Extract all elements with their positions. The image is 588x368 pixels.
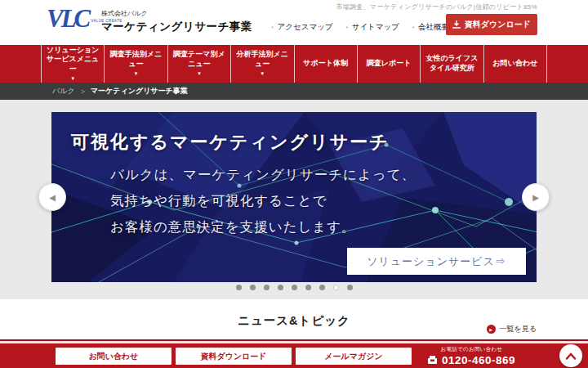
nav-item-label: サポート体制 (303, 59, 348, 69)
phone-contact: お電話でのお問い合わせ 0120-460-869 (428, 346, 515, 366)
carousel-prev-button[interactable]: ◀ (38, 183, 66, 211)
nav-item-3[interactable]: 分析手法別メニュー▼ (230, 45, 293, 83)
download-button-label: 資料ダウンロード (465, 19, 531, 30)
nav-item-5[interactable]: 調査レポート (357, 45, 420, 83)
bottom-bar-button-1[interactable]: 資料ダウンロード (176, 348, 292, 365)
phone-number-text: 0120-460-869 (442, 354, 515, 366)
brand-text: 株式会社バルク マーケティングリサーチ事業 (101, 9, 252, 34)
carousel-dot-1[interactable] (236, 285, 242, 290)
carousel-dot-8[interactable] (333, 285, 339, 290)
phone-number: 0120-460-869 (428, 354, 515, 366)
nav-item-4[interactable]: サポート体制 (294, 45, 357, 83)
carousel-dots (0, 285, 588, 290)
nav-item-label: 調査レポート (367, 59, 412, 69)
breadcrumb-separator: > (81, 88, 85, 96)
nav-item-1[interactable]: 調査手法別メニュー▼ (104, 45, 167, 83)
chevron-down-icon: ▼ (134, 71, 139, 78)
hero-headline: 可視化するマーケティングリサーチ (71, 130, 390, 155)
utility-links: ・アクセスマップ・サイトマップ・会社概要 (270, 22, 449, 33)
utility-link-label: 会社概要 (418, 22, 449, 33)
carousel-dot-6[interactable] (305, 285, 311, 290)
utility-link-0[interactable]: ・アクセスマップ (270, 22, 333, 33)
download-button[interactable]: 資料ダウンロード (446, 14, 537, 35)
nav-item-label: 女性のライフスタイル研究所 (424, 54, 479, 73)
carousel-dot-4[interactable] (278, 285, 283, 290)
nav-item-label: ソリューションサービスメニュー (45, 46, 100, 74)
main-nav: ソリューションサービスメニュー▼調査手法別メニュー▼調査テーマ別メニュー▼分析手… (0, 45, 588, 83)
carousel-dot-9[interactable] (347, 285, 353, 290)
nav-item-label: 分析手法別メニュー (234, 50, 290, 69)
bullet-icon: ・ (344, 23, 350, 32)
arrow-right-circle-icon: ▶ (487, 325, 496, 334)
nav-item-6[interactable]: 女性のライフスタイル研究所 (420, 45, 483, 83)
bullet-icon: ・ (270, 23, 276, 32)
hero-body-text: バルクは、マーケティングリサーチによって、気持ちや行動を可視化することでお客様の… (110, 161, 416, 240)
company-name: 株式会社バルク (101, 9, 252, 18)
carousel-dot-2[interactable] (250, 285, 256, 290)
nav-item-2[interactable]: 調査テーマ別メニュー▼ (167, 45, 230, 83)
breadcrumb: バルク > マーケティングリサーチ事業 (0, 83, 588, 100)
phone-caption: お電話でのお問い合わせ (428, 346, 515, 353)
solution-service-cta[interactable]: ソリューションサービス⇒ (347, 248, 526, 275)
chevron-down-icon: ▼ (70, 76, 75, 83)
nav-item-label: 調査テーマ別メニュー (172, 50, 227, 69)
bottom-bar-button-0[interactable]: お問い合わせ (56, 348, 172, 365)
chevron-right-icon: ▶ (532, 193, 539, 202)
hero-banner: 可視化するマーケティングリサーチ バルクは、マーケティングリサーチによって、気持… (51, 112, 537, 282)
bottom-action-bar: お電話でのお問い合わせ 0120-460-869 お問い合わせ資料ダウンロードメ… (0, 343, 588, 368)
nav-item-7[interactable]: お問い合わせ (483, 45, 547, 83)
carousel-dot-3[interactable] (264, 285, 270, 290)
main-nav-list: ソリューションサービスメニュー▼調査手法別メニュー▼調査テーマ別メニュー▼分析手… (41, 45, 547, 83)
nav-item-label: 調査手法別メニュー (108, 50, 163, 69)
hero-body-line-0: バルクは、マーケティングリサーチによって、 (110, 161, 416, 187)
chevron-up-icon (565, 352, 577, 360)
bottom-bar-button-2[interactable]: メールマガジン (296, 348, 412, 365)
carousel-dot-5[interactable] (292, 285, 297, 290)
page-title: マーケティングリサーチ事業 (101, 20, 252, 34)
site-tagline: 市場調査、マーケティングリサーチのバルク|信頼のリピート85% (336, 2, 537, 11)
news-section: ニュース&トピック ▶ 一覧を見る (0, 299, 588, 341)
view-all-link[interactable]: ▶ 一覧を見る (487, 324, 537, 334)
bullet-icon: ・ (410, 23, 416, 32)
carousel-next-button[interactable]: ▶ (522, 183, 550, 211)
scroll-to-top-button[interactable] (559, 344, 582, 367)
chevron-down-icon: ▼ (197, 71, 202, 78)
nav-item-0[interactable]: ソリューションサービスメニュー▼ (41, 45, 104, 83)
nav-item-label: お問い合わせ (492, 59, 537, 69)
phone-icon (428, 356, 439, 365)
chevron-left-icon: ◀ (49, 193, 56, 202)
download-icon (452, 20, 461, 29)
utility-link-2[interactable]: ・会社概要 (410, 22, 449, 33)
hero-body-line-2: お客様の意思決定を支援いたします。 (110, 213, 416, 240)
utility-link-label: アクセスマップ (278, 22, 333, 33)
hero-body-line-1: 気持ちや行動を可視化することで (110, 187, 416, 213)
carousel-dot-7[interactable] (319, 285, 325, 290)
view-all-label: 一覧を見る (500, 324, 537, 334)
logo-mark: VLC (47, 6, 88, 31)
site-header: 市場調査、マーケティングリサーチのバルク|信頼のリピート85% VLC VALU… (0, 0, 588, 45)
utility-link-label: サイトマップ (352, 22, 399, 33)
utility-link-1[interactable]: ・サイトマップ (344, 22, 399, 33)
chevron-down-icon: ▼ (260, 71, 265, 78)
breadcrumb-home[interactable]: バルク (52, 86, 75, 96)
breadcrumb-current: マーケティングリサーチ事業 (91, 86, 188, 96)
